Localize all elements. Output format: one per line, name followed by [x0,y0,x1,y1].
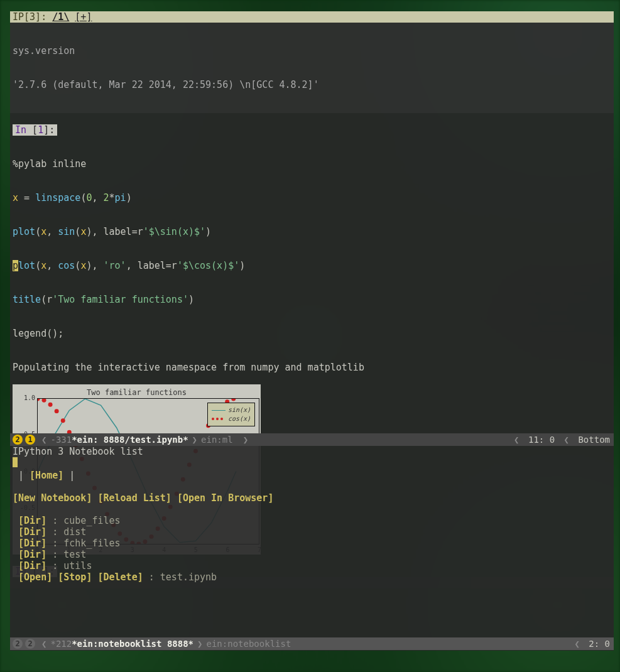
item-actions[interactable]: [Dir] [18,515,46,526]
code-line: title(r'Two familiar functions') [13,294,614,305]
cursor: p [13,260,18,271]
code-cell-1[interactable]: %pylab inline x = linspace(0, 2*pi) plot… [10,136,614,362]
cursor [13,457,18,467]
cell-prompt-1: In [1]: [10,124,614,136]
svg-point-4 [61,418,65,423]
legend-entry-cos: cos(x) [212,415,251,423]
breadcrumb: | [Home] | [10,470,614,481]
code-line: plot(x, sin(x), label=r'$\sin(x)$') [13,226,614,237]
reload-list-button[interactable]: [Reload List] [97,492,171,504]
item-actions[interactable]: [Dir] [18,549,46,560]
list-item: [Dir] : test [10,549,614,560]
ml-star: * [50,637,55,650]
header-prefix: IP[3]: [13,11,46,23]
blank [10,481,614,492]
ml-mode: ein:ml [201,433,233,446]
item-actions[interactable]: [Open] [Stop] [Delete] [18,572,143,583]
action-row: [New Notebook] [Reload List] [Open In Br… [10,492,614,504]
line-icon [212,410,226,411]
modeline-bottom: 2 2 ❮ * 212 *ein:notebooklist 8888* ❯ ei… [10,637,614,650]
notebook-buffer[interactable]: IP[3]: /1\ [+] sys.version '2.7.6 (defau… [10,11,614,433]
dots-icon [212,418,226,420]
ml-position: 11: 0 [528,435,555,445]
notebooklist-buffer[interactable]: IPython 3 Notebook list | [Home] | [New … [10,446,614,651]
list-item: [Dir] : utils [10,560,614,572]
svg-point-3 [55,409,59,413]
code-line: legend(); [13,328,614,339]
notebooklist-title: IPython 3 Notebook list [10,446,614,457]
svg-point-0 [38,399,40,401]
ml-buffer-name: *ein: 8888/test.ipynb* [72,433,188,446]
item-actions[interactable]: [Dir] [18,538,46,549]
blank [10,504,614,515]
ml-line-count: 212 [56,637,72,650]
ml-line-count: 331 [56,433,72,446]
ml-buffer-name: *ein:notebooklist 8888* [72,637,193,650]
out-line: sys.version [13,45,614,57]
badge-icon: 2 [13,639,23,649]
header-line: IP[3]: /1\ [+] [10,11,614,23]
legend: sin(x) cos(x) [207,403,255,426]
badge-icon: 2 [25,639,35,649]
blank [10,113,614,124]
ml-mode: ein:notebooklist [206,637,291,650]
ml-position: 2: 0 [589,639,610,649]
list-item: [Dir] : fchk_files [10,538,614,549]
blank [10,373,614,382]
ml-bottom: Bottom [578,435,610,445]
item-actions[interactable]: [Dir] [18,526,46,538]
output-text: Populating the interactive namespace fro… [10,362,614,373]
code-line: plot(x, cos(x), 'ro', label=r'$\cos(x)$'… [13,260,614,271]
svg-point-2 [48,403,53,407]
ml-dash: - [50,433,55,446]
ytick: 1.0 [15,394,35,401]
list-item: [Dir] : cube_files [10,515,614,526]
badge-icon: 2 [13,435,23,445]
svg-point-31 [231,399,236,401]
item-actions[interactable]: [Dir] [18,560,46,572]
out-line: '2.7.6 (default, Mar 22 2014, 22:59:56) … [13,79,614,90]
tab-active[interactable]: /1\ [52,11,69,23]
tab-add[interactable]: [+] [75,11,92,23]
new-notebook-button[interactable]: [New Notebook] [13,492,92,504]
output-block-0: sys.version '2.7.6 (default, Mar 22 2014… [10,23,614,113]
code-line: %pylab inline [13,158,614,170]
svg-point-1 [42,399,46,403]
list-item: [Dir] : dist [10,526,614,538]
home-link[interactable]: [Home] [30,470,63,481]
open-in-browser-button[interactable]: [Open In Browser] [177,492,274,504]
modeline-top: 2 1 ❮ - 331 *ein: 8888/test.ipynb* ❯ ein… [10,433,614,446]
plot-title: Two familiar functions [13,388,261,397]
legend-entry-sin: sin(x) [212,406,251,415]
list-item: [Open] [Stop] [Delete] : test.ipynb [10,572,614,583]
code-line: x = linspace(0, 2*pi) [13,192,614,203]
badge-icon: 1 [25,435,35,445]
